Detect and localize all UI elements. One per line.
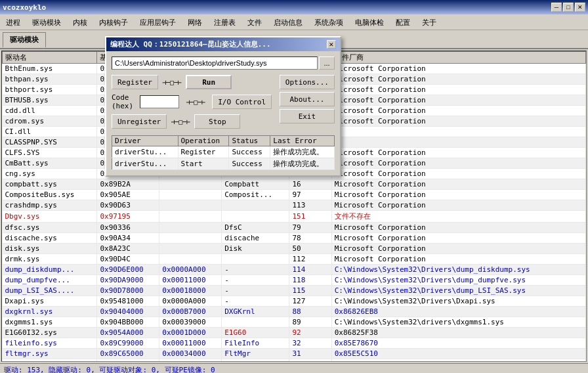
table-cell: 97 (289, 190, 331, 200)
menu-item-3[interactable]: 内核钩子 (93, 16, 134, 30)
table-cell: 50 (289, 244, 331, 254)
tab-0[interactable]: 驱动模块 (3, 32, 46, 48)
table-cell (159, 233, 222, 244)
table-cell: DfsC (222, 223, 289, 233)
table-cell: compbatt.sys (3, 179, 97, 190)
table-cell: CLASSPNP.SYS (3, 137, 97, 148)
menu-item-4[interactable]: 应用层钩子 (134, 16, 182, 30)
table-row[interactable]: discache.sys0x90A34discache78Microsoft C… (3, 233, 586, 244)
about-button[interactable]: About... (280, 92, 335, 106)
menu-item-11[interactable]: 配置 (390, 16, 416, 30)
table-cell: CLFS.SYS (3, 148, 97, 158)
table-row[interactable]: disk.sys0x8A23CDisk50Microsoft Corporati… (3, 244, 586, 254)
table-cell: 文件不存在 (331, 211, 585, 223)
title-text: vcozxoyklo (3, 3, 46, 12)
menu-item-10[interactable]: 电脑体检 (349, 16, 390, 30)
exit-button[interactable]: Exit (280, 109, 335, 123)
code-input[interactable] (140, 95, 179, 108)
table-cell: Dbgv.sys (3, 211, 97, 223)
table-cell: 0x00011000 (159, 338, 222, 349)
table-row[interactable]: Dbgv.sys0x97195151文件不存在 (3, 211, 586, 223)
table-cell: BTHUSB.sys (3, 95, 97, 106)
table-cell: E1G60I32.sys (3, 328, 97, 338)
stop-button[interactable]: Stop (194, 114, 240, 129)
table-cell: dump_LSI_SAS.... (3, 286, 97, 296)
table-cell: bthport.sys (3, 85, 97, 95)
maximize-button[interactable]: □ (563, 3, 574, 12)
table-cell: 127 (289, 296, 331, 307)
table-row[interactable]: compbatt.sys0x89B2ACompbatt16Microsoft C… (3, 179, 586, 190)
menu-item-9[interactable]: 系统杂项 (308, 16, 349, 30)
table-row[interactable]: dfsc.sys0x90336DfsC79Microsoft Corporati… (3, 223, 586, 233)
table-row[interactable]: drmk.sys0x90D4C112Microsoft Corporation (3, 254, 586, 265)
table-row[interactable]: crashdmp.sys0x90D63113Microsoft Corporat… (3, 200, 586, 211)
table-cell: discache.sys (3, 233, 97, 244)
register-run-row: Register ⊣─□─⊢ Run (112, 75, 274, 89)
table-cell: CI.dll (3, 127, 97, 137)
io-control-button[interactable]: I/O Control (212, 95, 272, 109)
table-cell: 0x85E78670 (331, 338, 585, 349)
table-row[interactable]: dxgmms1.sys0x904BB0000x0003900089C:\Wind… (3, 317, 586, 328)
log-cell: driverStu... (112, 158, 178, 170)
menu-item-6[interactable]: 注册表 (208, 16, 242, 30)
minimize-button[interactable]: ─ (551, 3, 562, 12)
table-cell (331, 137, 585, 148)
table-cell: 0x0001D000 (159, 328, 222, 338)
table-cell: C:\Windows\System32\drivers\dxgmms1.sys (331, 317, 585, 328)
modal-right-panel: Options... About... Exit (280, 75, 335, 133)
table-row[interactable]: Dxapi.sys0x954810000x0000A000-127C:\Wind… (3, 296, 586, 307)
menu-item-12[interactable]: 关于 (416, 16, 442, 30)
unregister-button[interactable]: Unregister (112, 114, 167, 129)
log-cell: Register (178, 146, 229, 158)
path-row: ... (112, 56, 335, 70)
table-row[interactable]: E1G60I32.sys0x9054A0000x0001D000E1G60920… (3, 328, 586, 338)
table-row[interactable]: CompositeBus.sys0x905AEComposit...97Micr… (3, 190, 586, 200)
log-cell: Success (229, 158, 270, 170)
table-cell: BthEnum.sys (3, 64, 97, 74)
menu-item-0[interactable]: 进程 (0, 16, 26, 30)
status-bar: 驱动: 153, 隐藏驱动: 0, 可疑驱动对象: 0, 可疑PE镜像: 0 (0, 363, 588, 373)
table-cell: 0x00018000 (159, 286, 222, 296)
close-button[interactable]: ✕ (575, 3, 585, 12)
table-row[interactable]: dump_LSI_SAS....0x90D780000x00018000-115… (3, 286, 586, 296)
table-row[interactable]: dump_dumpfve...0x90DA90000x00011000-118C… (3, 275, 586, 286)
table-row[interactable]: Fs_Rec.sys0x89EBE0000x00009000380x89D09B… (3, 359, 586, 362)
options-button[interactable]: Options... (280, 75, 335, 89)
table-cell: 0x905AE (97, 190, 159, 200)
path-browse-button[interactable]: ... (319, 56, 335, 70)
table-cell: dxgkrnl.sys (3, 307, 97, 317)
path-input[interactable] (112, 56, 318, 70)
table-cell: 92 (289, 328, 331, 338)
menu-item-1[interactable]: 驱动模块 (26, 16, 67, 30)
table-cell: 0x95481000 (97, 296, 159, 307)
table-cell: C:\Windows\System32\Drivers\dump_diskdum… (331, 265, 585, 275)
table-cell (159, 190, 222, 200)
table-cell: crashdmp.sys (3, 200, 97, 211)
table-cell: CmBatt.sys (3, 158, 97, 169)
table-cell: 0x89D09B78 (331, 359, 585, 362)
menu-item-5[interactable]: 网络 (182, 16, 208, 30)
table-row[interactable]: dxgkrnl.sys0x904040000x000B7000DXGKrnl88… (3, 307, 586, 317)
table-row[interactable]: fileinfo.sys0x89C990000x00011000FileInfo… (3, 338, 586, 349)
table-cell: 0x00034000 (159, 349, 222, 359)
register-button[interactable]: Register (112, 75, 158, 89)
table-cell: 0x90D4C (97, 254, 159, 265)
menu-item-2[interactable]: 内核 (67, 16, 93, 30)
table-cell: fltmgr.sys (3, 349, 97, 359)
run-button[interactable]: Run (186, 75, 232, 89)
table-cell: Microsoft Corporation (331, 106, 585, 116)
modal-close-button[interactable]: ✕ (327, 40, 336, 49)
table-cell: 0x90D63 (97, 200, 159, 211)
table-cell: 0x89C99000 (97, 338, 159, 349)
table-row[interactable]: fltmgr.sys0x89C650000x00034000FltMgr310x… (3, 349, 586, 359)
menu-item-7[interactable]: 文件 (242, 16, 268, 30)
table-cell: cng.sys (3, 169, 97, 179)
table-cell: disk.sys (3, 244, 97, 254)
menu-item-8[interactable]: 启动信息 (268, 16, 308, 30)
modal-window: 编程达人 QQ：1250121864—昆山姿达人信息... ✕ ... Regi… (105, 36, 341, 177)
table-row[interactable]: dump_diskdump...0x90D6E0000x0000A000-114… (3, 265, 586, 275)
table-cell: 78 (289, 233, 331, 244)
table-cell: discache (222, 233, 289, 244)
table-cell: C:\Windows\System32\Drivers\Dxapi.sys (331, 296, 585, 307)
table-cell: 0x00039000 (159, 317, 222, 328)
